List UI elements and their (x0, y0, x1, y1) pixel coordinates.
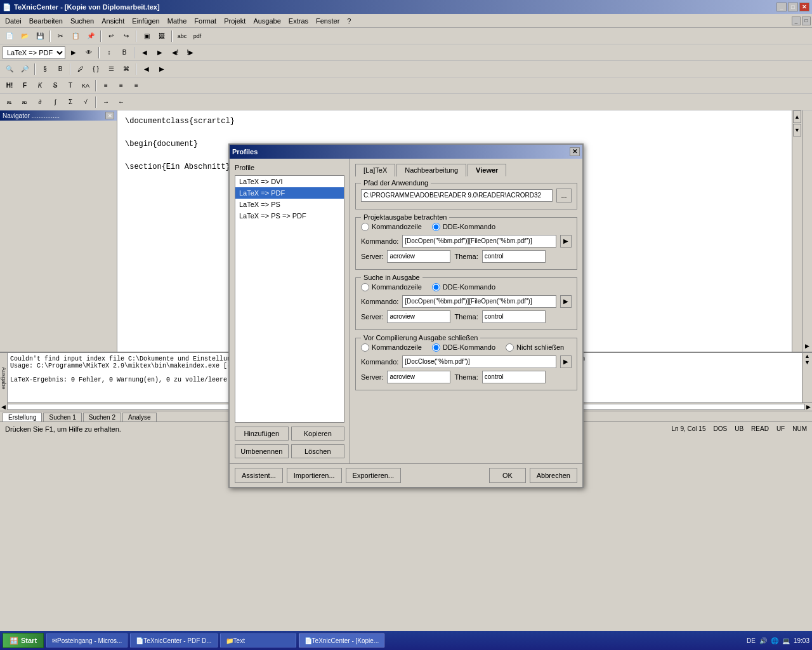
list-btn[interactable]: ☰ (104, 62, 118, 76)
section-btn[interactable]: § (38, 62, 52, 76)
menu-help[interactable]: ? (343, 16, 355, 26)
save-btn[interactable]: 💾 (33, 29, 47, 43)
F-bold[interactable]: F (18, 79, 32, 93)
close-radio-cmd[interactable]: Kommandozeile (361, 343, 422, 352)
search-topic-input[interactable] (482, 310, 546, 323)
special3[interactable]: Σ (63, 95, 77, 109)
S-btn[interactable]: S (48, 79, 62, 93)
view-btn[interactable]: 👁 (82, 46, 96, 60)
profile-ps-pdf[interactable]: LaTeX => PS => PDF (235, 210, 344, 222)
align-right[interactable]: ≡ (129, 79, 143, 93)
search-icon-btn[interactable]: 🔍 (3, 62, 16, 76)
next-mark[interactable]: ▶ (155, 62, 169, 76)
bibtex-btn[interactable]: B (117, 46, 131, 60)
close-radio-no-input[interactable] (506, 343, 514, 352)
paste-btn[interactable]: 📌 (84, 29, 98, 43)
menu-projekt[interactable]: Projekt (220, 16, 249, 26)
search-cmd-input[interactable] (402, 295, 556, 308)
special4[interactable]: √ (79, 95, 93, 109)
copy-btn[interactable]: 📋 (69, 29, 82, 43)
align-left[interactable]: ≡ (99, 79, 113, 93)
menu-format[interactable]: Format (190, 16, 220, 26)
title-bar-controls[interactable]: _ □ ✕ (776, 3, 809, 11)
close-radio-no[interactable]: Nicht schließen (506, 343, 564, 352)
menu-fenster[interactable]: Fenster (312, 16, 343, 26)
close-radio-cmdline[interactable] (361, 343, 369, 352)
special2[interactable]: ∫ (48, 95, 62, 109)
synctex-btn[interactable]: ↕ (102, 46, 116, 60)
search-radio-dde[interactable]: DDE-Kommando (432, 283, 495, 291)
inner-minimize[interactable]: _ (792, 17, 801, 25)
taskbar-posteingang[interactable]: ✉ Posteingang - Micros... (46, 633, 128, 647)
tab-nachbearbeitung[interactable]: Nachbearbeitung (396, 164, 466, 176)
frame-btn[interactable]: ▣ (140, 29, 154, 43)
profile-dvi[interactable]: LaTeX => DVI (235, 176, 344, 187)
align-center[interactable]: ≡ (114, 79, 128, 93)
ok-button[interactable]: OK (489, 468, 526, 483)
close-button[interactable]: ✕ (799, 3, 809, 11)
project-topic-input[interactable] (482, 250, 546, 263)
build-btn[interactable]: ▶ (67, 46, 81, 60)
bold-btn[interactable]: B (53, 62, 67, 76)
prev-err[interactable]: ◀ (138, 46, 152, 60)
prev-mark[interactable]: ◀ (140, 62, 154, 76)
side-arrow-icon[interactable]: ▶ (805, 343, 809, 349)
close-topic-input[interactable] (482, 371, 546, 383)
close-radio-dde[interactable]: DDE-Kommando (432, 343, 495, 352)
dialog-close-button[interactable]: ✕ (570, 147, 580, 156)
profiles-list[interactable]: LaTeX => DVI LaTeX => PDF LaTeX => PS La… (235, 175, 344, 423)
new-btn[interactable]: 📄 (3, 29, 16, 43)
minimize-button[interactable]: _ (776, 3, 787, 11)
open-btn[interactable]: 📂 (18, 29, 32, 43)
profile-combo[interactable]: LaTeX => PDF (3, 46, 65, 59)
close-cmd-arrow[interactable]: ▶ (560, 355, 572, 368)
project-radio-cmd[interactable]: Kommandozeile (361, 223, 422, 231)
K-btn[interactable]: K (33, 79, 47, 93)
next-err[interactable]: ▶ (153, 46, 167, 60)
scroll-down-btn[interactable]: ▼ (793, 124, 801, 136)
delete-profile-button[interactable]: Löschen (291, 444, 345, 458)
tab-viewer[interactable]: Viewer (468, 164, 506, 176)
undo-btn[interactable]: ↩ (104, 29, 118, 43)
add-profile-button[interactable]: Hinzufügen (235, 427, 289, 441)
search-radio-cmdline[interactable] (361, 283, 369, 291)
tab-latex[interactable]: [La]TeX (355, 164, 395, 176)
abc-btn[interactable]: abc (175, 29, 189, 43)
sub2-btn[interactable]: a₂ (18, 95, 32, 109)
project-cmd-input[interactable] (402, 235, 556, 248)
start-button[interactable]: 🪟 Start (3, 633, 44, 648)
menu-ausgabe[interactable]: Ausgabe (249, 16, 284, 26)
tab-analyse[interactable]: Analyse (122, 413, 157, 421)
sub-btn[interactable]: a₁ (3, 95, 16, 109)
path-input[interactable] (361, 189, 553, 202)
search-radio-dde-input[interactable] (432, 283, 440, 291)
out-scroll-up[interactable]: ▲ (802, 353, 812, 359)
copy-profile-button[interactable]: Kopieren (291, 427, 345, 441)
cut-btn[interactable]: ✂ (53, 29, 67, 43)
misc2[interactable]: ← (114, 95, 128, 109)
menu-datei[interactable]: Datei (1, 16, 25, 26)
path-browse-button[interactable]: ... (556, 189, 572, 202)
highlight-btn[interactable]: 🖊 (74, 62, 88, 76)
misc1[interactable]: → (99, 95, 113, 109)
cmd-btn[interactable]: ⌘ (119, 62, 133, 76)
out-scroll-down[interactable]: ▼ (802, 359, 812, 366)
tab-erstellung[interactable]: Erstellung (3, 413, 42, 421)
taskbar-texnic-pdf[interactable]: 📄 TeXnicCenter - PDF D... (130, 633, 217, 647)
navigator-close-btn[interactable]: ✕ (105, 112, 114, 119)
env-btn[interactable]: { } (89, 62, 103, 76)
tab-suchen2[interactable]: Suchen 2 (83, 413, 121, 421)
menu-mathe[interactable]: Mathe (164, 16, 191, 26)
project-radio-dde-input[interactable] (432, 223, 440, 231)
special1[interactable]: ∂ (33, 95, 47, 109)
next-warn[interactable]: !▶ (183, 46, 197, 60)
project-radio-dde[interactable]: DDE-Kommando (432, 223, 495, 231)
menu-suchen[interactable]: Suchen (67, 16, 98, 26)
close-server-input[interactable] (387, 371, 450, 383)
prev-warn[interactable]: ◀! (168, 46, 182, 60)
menu-extras[interactable]: Extras (285, 16, 312, 26)
wizard-button[interactable]: Assistent... (235, 468, 283, 483)
menu-bearbeiten[interactable]: Bearbeiten (25, 16, 67, 26)
output-vscroll[interactable]: ▲ ▼ (802, 353, 812, 402)
search-server-input[interactable] (387, 310, 450, 323)
